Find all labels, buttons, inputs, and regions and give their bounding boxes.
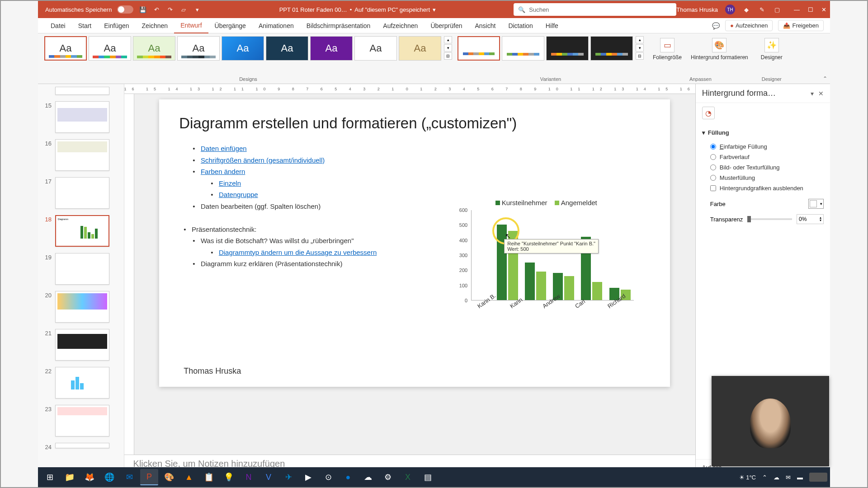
file-explorer-icon[interactable]: 📁 [61, 469, 79, 485]
variants-scroll-down[interactable]: ▾ [636, 44, 644, 52]
design-thumb[interactable]: Aa [177, 36, 220, 61]
share-button[interactable]: 📤 Freigeben [778, 20, 824, 31]
slide[interactable]: Diagramm erstellen und formatieren („cus… [159, 99, 670, 387]
format-background-button[interactable]: 🎨Hintergrund formatieren [687, 36, 752, 62]
title-dropdown-icon[interactable]: ▾ [433, 6, 436, 13]
app-icon[interactable]: ☁ [359, 469, 377, 485]
diamond-icon[interactable]: ◆ [742, 5, 750, 14]
tray-icon[interactable]: ▬ [797, 474, 803, 481]
slide-thumb[interactable] [55, 87, 109, 95]
window-icon[interactable]: ▢ [773, 5, 781, 14]
app-icon[interactable]: 🎨 [160, 469, 178, 485]
app-icon[interactable]: ▶ [299, 469, 317, 485]
vlc-icon[interactable]: ▲ [180, 469, 198, 485]
mail-tray-icon[interactable]: ✉ [786, 474, 791, 481]
tab-aufzeichnen[interactable]: Aufzeichnen [377, 19, 424, 33]
slide-thumb[interactable] [55, 291, 109, 323]
app-icon[interactable]: ▤ [419, 469, 437, 485]
autosave-toggle[interactable] [117, 5, 133, 14]
link[interactable]: Datengruppe [219, 191, 258, 198]
outlook-icon[interactable]: ✉ [120, 469, 138, 485]
weather-widget[interactable]: ☀ 1°C [739, 474, 756, 481]
designs-expand[interactable]: ⊟ [444, 52, 452, 60]
variant-thumb[interactable] [458, 36, 500, 61]
design-thumb[interactable]: Aa [222, 36, 264, 61]
app-icon[interactable]: 📋 [200, 469, 218, 485]
tab-datei[interactable]: Datei [44, 19, 72, 33]
link[interactable]: Schriftgrößen ändern (gesamt/individuell… [201, 156, 325, 164]
start-button[interactable]: ⊞ [41, 469, 59, 485]
design-thumb[interactable]: Aa [310, 36, 353, 61]
tray-chevron-icon[interactable]: ⌃ [762, 474, 767, 481]
panel-close-icon[interactable]: ✕ [818, 90, 824, 97]
transparency-value[interactable]: 0%▴▾ [797, 214, 824, 224]
tab-zeichnen[interactable]: Zeichnen [136, 19, 175, 33]
design-thumb[interactable]: Aa [266, 36, 308, 61]
slide-thumb-active[interactable]: Diagramm [55, 215, 109, 247]
undo-icon[interactable]: ↶ [152, 5, 160, 14]
record-button[interactable]: Aufzeichnen [725, 20, 773, 31]
firefox-icon[interactable]: 🦊 [80, 469, 99, 485]
tab-entwurf[interactable]: Entwurf [174, 18, 208, 33]
color-picker[interactable]: ▾ [808, 199, 824, 209]
fill-bucket-icon[interactable]: ◔ [702, 107, 715, 119]
fill-pattern-radio[interactable]: Musterfüllung [710, 173, 824, 183]
maximize-button[interactable]: ☐ [808, 6, 813, 13]
tab-uebergaenge[interactable]: Übergänge [208, 19, 252, 33]
slide-thumb[interactable] [55, 443, 109, 448]
variants-scroll-up[interactable]: ▴ [636, 36, 644, 43]
redo-icon[interactable]: ↷ [166, 5, 174, 14]
slide-thumb[interactable] [55, 139, 109, 171]
comments-icon[interactable]: 💬 [712, 22, 720, 29]
slide-thumb[interactable] [55, 367, 109, 399]
tab-einfuegen[interactable]: Einfügen [98, 19, 135, 33]
telegram-icon[interactable]: ✈ [279, 469, 297, 485]
powerpoint-icon[interactable]: P [140, 469, 158, 485]
design-thumb[interactable]: Aa [399, 36, 441, 61]
app-icon[interactable]: ● [339, 469, 357, 485]
slide-thumbnail-panel[interactable]: 15 16 17 18Diagramm 19 20 21 22 23 24 [38, 84, 124, 475]
slide-thumb[interactable] [55, 329, 109, 361]
slide-thumb[interactable] [55, 177, 109, 209]
slide-stage[interactable]: Diagramm erstellen und formatieren („cus… [134, 94, 695, 455]
transparency-slider[interactable] [747, 218, 792, 220]
variant-thumb[interactable] [502, 36, 544, 61]
fill-section-toggle[interactable]: ▾Füllung [702, 127, 824, 139]
slideshow-icon[interactable]: ▱ [179, 5, 188, 14]
designs-scroll-up[interactable]: ▴ [444, 36, 452, 43]
username-label[interactable]: Thomas Hruska [676, 6, 718, 13]
onedrive-tray-icon[interactable]: ☁ [774, 474, 779, 481]
save-icon[interactable]: 💾 [139, 5, 147, 14]
tab-animationen[interactable]: Animationen [252, 19, 300, 33]
file-name[interactable]: PPT 01 Roter Faden 00… [279, 6, 347, 13]
collapse-ribbon-icon[interactable]: ⌃ [823, 75, 827, 82]
slide-thumb[interactable] [55, 101, 109, 133]
minimize-button[interactable]: — [794, 6, 800, 13]
user-avatar[interactable]: TH [725, 5, 735, 14]
designer-button[interactable]: ✨Designer [757, 36, 786, 62]
chrome-icon[interactable]: 🌐 [100, 469, 118, 485]
search-input[interactable]: 🔍 Suchen [514, 3, 676, 16]
tab-ansicht[interactable]: Ansicht [468, 19, 502, 33]
hide-bg-checkbox[interactable]: Hintergrundgrafiken ausblenden [710, 183, 824, 193]
more-qat-icon[interactable]: ▾ [193, 5, 201, 14]
design-thumb[interactable]: Aa [89, 36, 131, 61]
app-icon[interactable]: ⊙ [319, 469, 337, 485]
designs-scroll-down[interactable]: ▾ [444, 44, 452, 52]
app-icon[interactable]: 💡 [220, 469, 238, 485]
fill-gradient-radio[interactable]: Farbverlauf [710, 152, 824, 162]
slide-thumb[interactable] [55, 253, 109, 285]
onenote-icon[interactable]: N [240, 469, 258, 485]
variants-expand[interactable]: ⊟ [636, 52, 644, 60]
fill-solid-radio[interactable]: Einfarbige Füllung [710, 141, 824, 152]
link[interactable]: Farben ändern [201, 168, 245, 175]
variant-thumb[interactable] [590, 36, 633, 61]
tab-start[interactable]: Start [72, 19, 98, 33]
tab-ueberpruefen[interactable]: Überprüfen [424, 19, 468, 33]
fill-picture-radio[interactable]: Bild- oder Texturfüllung [710, 162, 824, 173]
link[interactable]: Diagrammtyp ändern um die Aussage zu ver… [219, 249, 377, 256]
close-button[interactable]: ✕ [821, 6, 826, 13]
app-icon[interactable]: V [259, 469, 278, 485]
slide-thumb[interactable] [55, 405, 109, 436]
chart[interactable]: Kursteilnehmer Angemeldet 01002003004005… [453, 199, 634, 334]
